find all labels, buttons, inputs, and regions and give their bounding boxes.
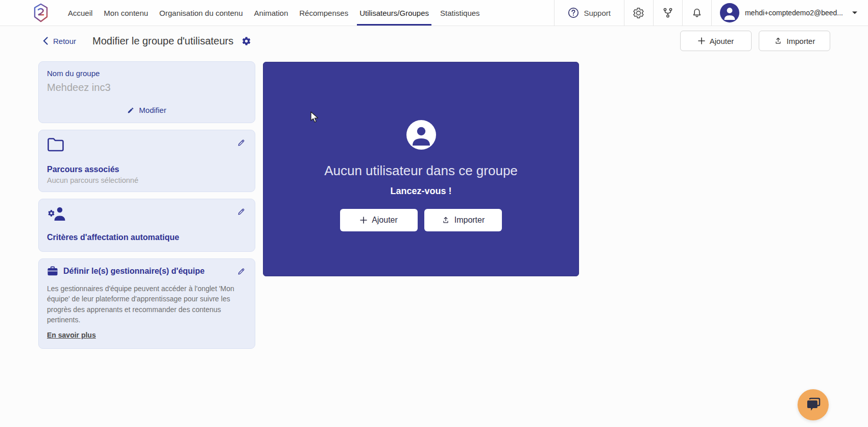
- gear-icon: [633, 7, 644, 19]
- question-circle-icon: [568, 7, 579, 18]
- import-button-label: Importer: [787, 37, 815, 45]
- folder-icon: [47, 137, 64, 152]
- nav-item-statistiques[interactable]: Statistiques: [435, 0, 486, 26]
- empty-state-add-button[interactable]: Ajouter: [340, 209, 418, 231]
- beedeez-logo[interactable]: [33, 3, 50, 22]
- edit-managers-pencil-icon[interactable]: [236, 266, 247, 277]
- nav-item-accueil[interactable]: Accueil: [62, 0, 98, 26]
- add-button-label: Ajouter: [710, 37, 734, 45]
- paths-card-title: Parcours associés: [47, 165, 247, 174]
- group-name-value: Mehdeez inc3: [47, 82, 247, 93]
- criteria-card-title: Critères d'affectation automatique: [47, 233, 247, 242]
- team-managers-card: Définir le(s) gestionnaire(s) d'équipe L…: [38, 258, 255, 349]
- modify-button-label: Modifier: [139, 106, 166, 114]
- integrations-button[interactable]: [653, 0, 682, 26]
- plus-icon: [698, 37, 705, 44]
- import-users-button[interactable]: Importer: [759, 31, 830, 51]
- support-button[interactable]: Support: [554, 0, 624, 26]
- notifications-button[interactable]: [682, 0, 711, 26]
- group-name-card: Nom du groupe Mehdeez inc3 Modifier: [38, 61, 255, 123]
- managers-card-title: Définir le(s) gestionnaire(s) d'équipe: [63, 267, 205, 276]
- back-label: Retour: [53, 37, 76, 45]
- add-user-button[interactable]: Ajouter: [680, 31, 752, 51]
- empty-add-label: Ajouter: [372, 216, 398, 225]
- paths-card-subtitle: Aucun parcours sélectionné: [47, 176, 247, 184]
- upload-icon: [774, 37, 782, 45]
- settings-button[interactable]: [624, 0, 653, 26]
- top-navigation-bar: Accueil Mon contenu Organisation du cont…: [0, 0, 868, 26]
- empty-state-title: Aucun utilisateur dans ce groupe: [324, 163, 518, 179]
- briefcase-icon: [47, 266, 58, 276]
- group-name-label: Nom du groupe: [47, 69, 247, 78]
- page-title: Modifier le groupe d'utilisateurs: [92, 35, 233, 47]
- chevron-down-icon: [852, 11, 858, 15]
- modify-group-name-button[interactable]: Modifier: [47, 104, 247, 115]
- nav-item-recompenses[interactable]: Récompenses: [294, 0, 354, 26]
- user-silhouette-icon: [406, 120, 436, 150]
- support-label: Support: [584, 9, 611, 17]
- nav-item-utilisateurs-groupes[interactable]: Utilisateurs/Groupes: [354, 0, 435, 26]
- back-button[interactable]: Retour: [43, 37, 76, 45]
- managers-card-description: Les gestionnaires d'équipe peuvent accéd…: [47, 283, 247, 325]
- chat-bubbles-icon: [805, 397, 822, 413]
- group-settings-sidebar: Nom du groupe Mehdeez inc3 Modifier Parc…: [38, 61, 255, 349]
- user-avatar: [720, 3, 739, 22]
- chat-widget-button[interactable]: [798, 389, 829, 420]
- group-settings-gear-icon[interactable]: [242, 36, 251, 46]
- empty-import-label: Importer: [454, 216, 485, 225]
- main-menu: Accueil Mon contenu Organisation du cont…: [62, 0, 486, 26]
- learn-more-link[interactable]: En savoir plus: [47, 331, 96, 339]
- group-users-empty-state-panel: Aucun utilisateur dans ce groupe Lancez-…: [263, 62, 579, 276]
- edit-criteria-pencil-icon[interactable]: [236, 206, 247, 217]
- page-header: Retour Modifier le groupe d'utilisateurs…: [0, 27, 868, 55]
- user-account-menu[interactable]: mehdi+comptedemo2@beed...: [711, 0, 868, 26]
- bell-icon: [691, 7, 703, 19]
- empty-state-subtitle: Lancez-vous !: [390, 186, 451, 197]
- pencil-icon: [127, 107, 134, 114]
- associated-paths-card: Parcours associés Aucun parcours sélecti…: [38, 130, 255, 192]
- auto-assignment-card: Critères d'affectation automatique: [38, 199, 255, 252]
- empty-state-import-button[interactable]: Importer: [424, 209, 502, 231]
- plus-icon: [360, 217, 367, 224]
- upload-icon: [442, 216, 450, 224]
- chevron-left-icon: [43, 37, 48, 45]
- user-email: mehdi+comptedemo2@beed...: [745, 9, 843, 17]
- edit-paths-pencil-icon[interactable]: [236, 137, 247, 148]
- nav-item-mon-contenu[interactable]: Mon contenu: [98, 0, 154, 26]
- nav-item-animation[interactable]: Animation: [249, 0, 294, 26]
- nav-item-organisation-du-contenu[interactable]: Organisation du contenu: [154, 0, 248, 26]
- gear-person-icon: [47, 206, 67, 222]
- branch-icon: [662, 7, 673, 18]
